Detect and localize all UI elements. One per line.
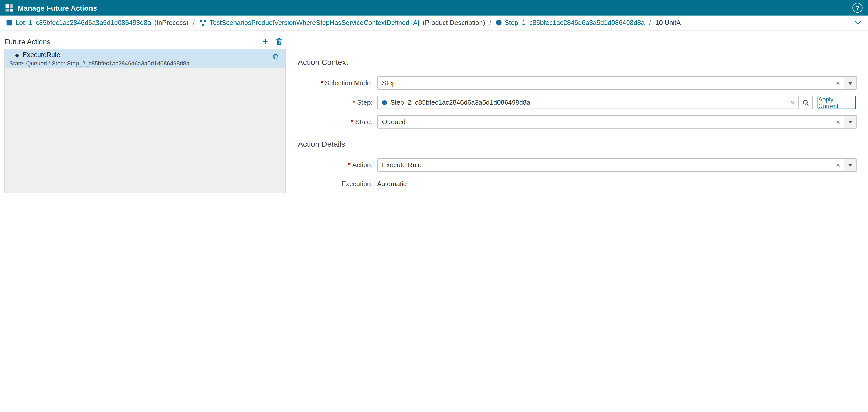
section-action-details: Action Details: [298, 140, 345, 148]
dropdown-toggle[interactable]: [844, 159, 856, 171]
product-icon: [199, 19, 206, 26]
search-icon[interactable]: [798, 96, 812, 109]
app-icon: [5, 4, 13, 11]
list-item[interactable]: ◆ ExecuteRule State: Queued / Step: Step…: [5, 49, 285, 68]
page-title: Manage Future Actions: [18, 4, 97, 12]
execution-value: Automatic: [377, 180, 406, 188]
action-select[interactable]: Execute Rule ✕: [377, 158, 857, 172]
list-item-subtitle: State: Queued / Step: Step_2_c85bfec1ac2…: [9, 60, 281, 67]
future-actions-panel-header: Future Actions +: [4, 35, 285, 48]
chevron-down-icon: [848, 82, 852, 85]
clear-icon[interactable]: ✕: [787, 99, 798, 106]
step-label: *Step:: [298, 96, 372, 109]
selection-mode-label: *Selection Mode:: [298, 77, 372, 90]
panel-title: Future Actions: [4, 37, 51, 46]
lot-state-text: (InProcess): [154, 19, 188, 27]
dropdown-toggle[interactable]: [844, 116, 856, 128]
rule-diamond-icon: ◆: [15, 52, 19, 58]
delete-actions-button[interactable]: [276, 38, 282, 46]
chevron-down-icon: [848, 164, 852, 167]
add-action-button[interactable]: +: [262, 38, 268, 46]
lot-icon: [7, 20, 12, 25]
apply-current-button[interactable]: Apply Current: [818, 96, 856, 109]
action-form: Action Context *Selection Mode: Step ✕ *…: [298, 0, 857, 193]
list-item-title: ExecuteRule: [23, 51, 60, 59]
section-action-context: Action Context: [298, 58, 348, 66]
breadcrumb-separator: /: [193, 19, 194, 27]
state-label: *State:: [298, 115, 372, 128]
execution-label: Execution:: [298, 177, 372, 190]
step-input[interactable]: Step_2_c85bfec1ac2846d6a3a5d1d086498d8a …: [377, 96, 812, 109]
breadcrumb-lot-link[interactable]: Lot_1_c85bfec1ac2846d6a3a5d1d086498d8a: [16, 19, 151, 27]
future-actions-list: ◆ ExecuteRule State: Queued / Step: Step…: [4, 49, 285, 193]
delete-item-icon[interactable]: [272, 54, 279, 61]
step-entity-icon: [382, 100, 387, 105]
chevron-down-icon: [848, 121, 852, 123]
clear-icon[interactable]: ✕: [833, 80, 844, 86]
selection-mode-select[interactable]: Step ✕: [377, 77, 857, 90]
state-select[interactable]: Queued ✕: [377, 115, 857, 128]
manage-future-actions-window: Manage Future Actions ? Lot_1_c85bfec1ac…: [0, 0, 868, 193]
clear-icon[interactable]: ✕: [833, 162, 844, 168]
clear-icon[interactable]: ✕: [833, 119, 844, 125]
action-label: *Action:: [298, 158, 372, 172]
dropdown-toggle[interactable]: [844, 77, 856, 89]
